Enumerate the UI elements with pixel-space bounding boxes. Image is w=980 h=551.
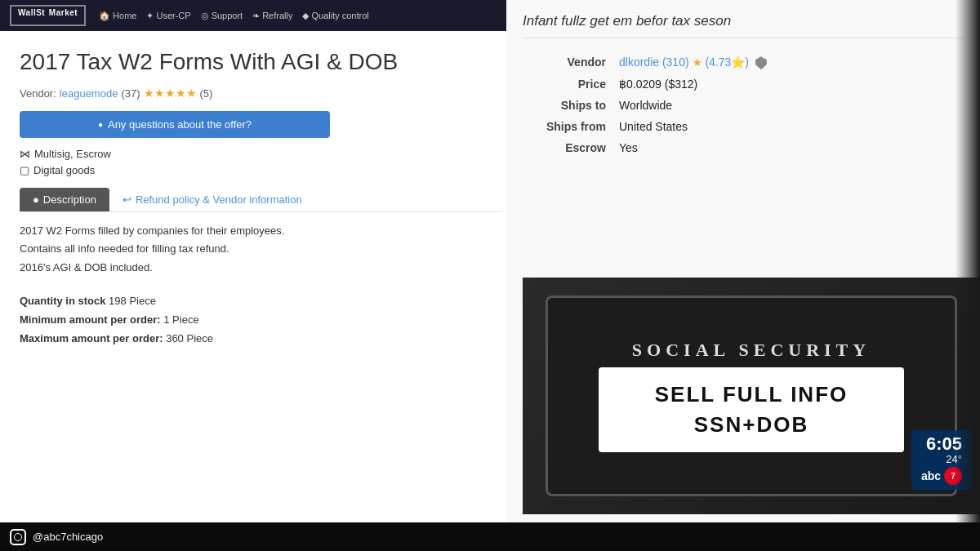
product-title: 2017 Tax W2 Forms With AGI & DOB: [20, 47, 503, 77]
ss-header: SOCIAL SECURITY: [632, 340, 871, 361]
vendor-row-value: dlkordie (310) ★ (4.73⭐): [612, 51, 964, 73]
ask-button[interactable]: Any questions about the offer?: [20, 111, 330, 138]
nav-logo: WallSt Market: [10, 5, 86, 26]
description-text: 2017 W2 Forms filled by companies for th…: [20, 222, 503, 276]
multisig-icon: ⋈: [20, 148, 30, 160]
logo-suffix: Market: [49, 8, 78, 17]
logo-super: St: [36, 8, 45, 17]
nav-quality[interactable]: ◆ Quality control: [302, 11, 368, 21]
ships-from-value: United States: [612, 116, 964, 137]
vendor-right-link[interactable]: dlkordie (310) ★ (4.73⭐): [619, 56, 752, 69]
feature-multisig: ⋈ Multisig, Escrow: [20, 148, 503, 160]
logo-text: Wall: [18, 8, 36, 17]
bottom-bar: @abc7chicago: [0, 522, 980, 551]
min-line: Minimum amount per order: 1 Piece: [20, 310, 503, 329]
quantity-line: Quantity in stock 198 Piece: [20, 291, 503, 310]
right-panel: Infant fullz get em befor tax seson Vend…: [506, 0, 980, 522]
max-line: Maximum amount per order: 360 Piece: [20, 329, 503, 348]
digital-icon: ▢: [20, 164, 29, 176]
shield-icon: [755, 56, 767, 69]
price-row-value: ฿0.0209 ($312): [612, 73, 964, 95]
nav-user-cp[interactable]: ✦ User-CP: [146, 11, 190, 21]
instagram-icon: [10, 529, 26, 545]
nav-links: 🏠 Home ✦ User-CP ◎ Support ❧ Refrally ◆ …: [99, 11, 369, 21]
price-row-label: Price: [523, 73, 612, 95]
vendor-line: Vendor: leaguemode (37) ★★★★★ (5): [20, 87, 503, 100]
tab-desc-icon: ●: [33, 193, 39, 206]
product-subtitle: Infant fullz get em befor tax seson: [523, 13, 964, 38]
review-count: (5): [200, 87, 213, 100]
escrow-value: Yes: [612, 137, 964, 158]
tabs-row: ● Description ↩ Refund policy & Vendor i…: [20, 188, 503, 212]
left-panel: WallSt Market 🏠 Home ✦ User-CP ◎ Support…: [0, 0, 523, 522]
vendor-row: Vendor dlkordie (310) ★ (4.73⭐): [523, 51, 964, 73]
nav-support[interactable]: ◎ Support: [201, 11, 243, 21]
escrow-label: Escrow: [523, 137, 612, 158]
info-table: Vendor dlkordie (310) ★ (4.73⭐) Price ฿0…: [523, 51, 964, 158]
navbar: WallSt Market 🏠 Home ✦ User-CP ◎ Support…: [0, 0, 523, 31]
feature-digital: ▢ Digital goods: [20, 164, 503, 176]
ships-from-label: Ships from: [523, 116, 612, 137]
ships-to-label: Ships to: [523, 95, 612, 116]
stars: ★★★★★: [144, 87, 197, 100]
vendor-count: (37): [121, 87, 140, 100]
escrow-row: Escrow Yes: [523, 137, 964, 158]
price-row: Price ฿0.0209 ($312): [523, 73, 964, 95]
vendor-link[interactable]: leaguemode: [60, 87, 118, 100]
vendor-label-text: Vendor:: [20, 87, 56, 100]
vendor-star: ★: [693, 56, 702, 69]
ss-card-inner: SOCIAL SECURITY SELL FULL INFO SSN+DOB: [546, 295, 957, 497]
vendor-row-label: Vendor: [523, 51, 612, 73]
ss-white-box: SELL FULL INFO SSN+DOB: [599, 367, 904, 452]
ss-line2: SSN+DOB: [615, 412, 888, 438]
stock-info: Quantity in stock 198 Piece Minimum amou…: [20, 291, 503, 349]
dark-right-edge: [956, 0, 980, 522]
handle-text: @abc7chicago: [33, 531, 103, 543]
ships-to-row: Ships to Worldwide: [523, 95, 964, 116]
ships-from-row: Ships from United States: [523, 116, 964, 137]
screenshot-container: WallSt Market 🏠 Home ✦ User-CP ◎ Support…: [0, 0, 980, 551]
ships-to-value: Worldwide: [612, 95, 964, 116]
tab-description[interactable]: ● Description: [20, 188, 109, 211]
tab-refund-icon: ↩: [122, 193, 131, 206]
tab-refund[interactable]: ↩ Refund policy & Vendor information: [109, 188, 315, 211]
abc-text: abc: [921, 469, 941, 482]
ss-line1: SELL FULL INFO: [615, 382, 888, 407]
nav-refrally[interactable]: ❧ Refrally: [252, 11, 292, 21]
nav-home[interactable]: 🏠 Home: [99, 11, 136, 21]
listing-area: 2017 Tax W2 Forms With AGI & DOB Vendor:…: [0, 31, 523, 522]
